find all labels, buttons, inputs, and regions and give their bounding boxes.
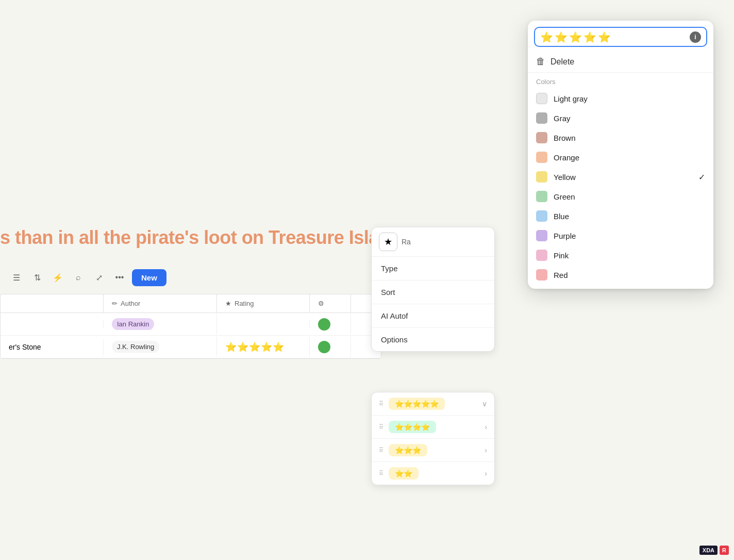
cell-rating-1 <box>217 320 310 328</box>
text-snippet: s than in all the pirate's loot on Treas… <box>0 227 401 249</box>
chevron-down-icon: ∨ <box>482 400 487 408</box>
color-swatch-green <box>536 191 547 202</box>
content-area: s than in all the pirate's loot on Treas… <box>0 0 734 560</box>
tag-search-container: i <box>534 27 707 47</box>
table-row: Ian Rankin <box>1 313 381 336</box>
table-row: er's Stone J.K. Rowling ⭐⭐⭐⭐⭐ <box>1 336 381 358</box>
color-name-pink: Pink <box>554 251 569 260</box>
color-name-yellow: Yellow <box>554 173 576 182</box>
color-option-green[interactable]: Green <box>528 187 713 206</box>
rating-stars-2: ⭐⭐⭐⭐⭐ <box>225 341 285 353</box>
xda-r-badge: R <box>720 546 729 555</box>
color-name-red: Red <box>554 271 568 279</box>
chevron-right-icon: › <box>485 469 487 477</box>
option-item-5stars[interactable]: ⠿ ⭐⭐⭐⭐⭐ ∨ <box>372 392 494 416</box>
pen-icon: ✏ <box>112 300 118 307</box>
xda-watermark: XDA R <box>699 546 729 555</box>
option-tag-5stars: ⭐⭐⭐⭐⭐ <box>389 398 445 410</box>
status-dot-1 <box>318 318 330 331</box>
search-icon[interactable]: ⌕ <box>70 269 87 286</box>
color-name-light-gray: Light gray <box>554 94 588 103</box>
color-name-blue: Blue <box>554 212 569 221</box>
color-swatch-orange <box>536 152 547 163</box>
drag-handle-icon: ⠿ <box>379 447 383 454</box>
options-list: ⠿ ⭐⭐⭐⭐⭐ ∨ ⠿ ⭐⭐⭐⭐ › ⠿ ⭐⭐⭐ › ⠿ ⭐⭐ › <box>371 392 495 485</box>
table-header: ✏ Author ★ Rating ⚙ <box>1 294 381 313</box>
info-button[interactable]: i <box>690 31 701 43</box>
color-name-purple: Purple <box>554 232 576 240</box>
color-swatch-brown <box>536 132 547 143</box>
option-tag-4stars: ⭐⭐⭐⭐ <box>389 421 436 433</box>
side-panel-options[interactable]: Options <box>372 328 494 351</box>
col-author-header: ✏ Author <box>104 294 217 312</box>
author-tag-2[interactable]: J.K. Rowling <box>112 341 159 353</box>
chevron-right-icon: › <box>485 446 487 454</box>
drag-handle-icon: ⠿ <box>379 400 383 407</box>
star-button[interactable]: ★ <box>379 233 397 251</box>
option-item-3stars[interactable]: ⠿ ⭐⭐⭐ › <box>372 439 494 462</box>
color-dropdown-popup: i 🗑 Delete Colors Light gray Gray Brown … <box>528 21 713 289</box>
data-table: ✏ Author ★ Rating ⚙ Ian Rankin er's Ston… <box>0 294 381 359</box>
filter-icon[interactable]: ☰ <box>8 269 25 286</box>
delete-label: Delete <box>550 57 574 67</box>
col-extra-header: ⚙ <box>310 294 351 312</box>
option-item-2stars[interactable]: ⠿ ⭐⭐ › <box>372 462 494 485</box>
color-option-orange[interactable]: Orange <box>528 147 713 167</box>
color-swatch-blue <box>536 210 547 222</box>
tag-search-input[interactable] <box>540 31 687 43</box>
option-item-4stars[interactable]: ⠿ ⭐⭐⭐⭐ › <box>372 416 494 439</box>
side-panel-type[interactable]: Type <box>372 257 494 281</box>
cell-author-2: J.K. Rowling <box>104 337 217 357</box>
color-swatch-pink <box>536 250 547 261</box>
side-panel-sort[interactable]: Sort <box>372 281 494 304</box>
drag-handle-icon: ⠿ <box>379 423 383 431</box>
check-mark-icon: ✓ <box>698 172 705 182</box>
color-name-green: Green <box>554 192 575 201</box>
cell-status-1 <box>310 314 351 335</box>
color-option-light-gray[interactable]: Light gray <box>528 89 713 108</box>
panel-header: ★ Ra <box>372 227 494 257</box>
color-swatch-light-gray <box>536 93 547 104</box>
color-option-purple[interactable]: Purple <box>528 226 713 245</box>
cell-title-2: er's Stone <box>1 339 104 355</box>
color-option-red[interactable]: Red <box>528 265 713 285</box>
color-swatch-purple <box>536 230 547 241</box>
author-tag-1[interactable]: Ian Rankin <box>112 318 154 330</box>
color-option-gray[interactable]: Gray <box>528 108 713 128</box>
option-tag-3stars: ⭐⭐⭐ <box>389 444 427 456</box>
side-panel: ★ Ra Type Sort AI Autof Options <box>371 227 495 352</box>
star-icon: ★ <box>384 236 392 248</box>
more-icon[interactable]: ••• <box>111 269 128 286</box>
colors-section-label: Colors <box>528 75 713 89</box>
chevron-right-icon: › <box>485 423 487 431</box>
cell-title-1 <box>1 320 104 328</box>
side-panel-ai[interactable]: AI Autof <box>372 304 494 328</box>
toolbar: ☰ ⇅ ⚡ ⌕ ⤢ ••• New <box>0 263 376 292</box>
trash-icon: 🗑 <box>536 56 545 67</box>
status-dot-2 <box>318 341 330 353</box>
color-name-gray: Gray <box>554 114 571 123</box>
lightning-icon[interactable]: ⚡ <box>49 269 66 286</box>
sort-icon[interactable]: ⇅ <box>29 269 45 286</box>
star-icon: ★ <box>225 300 231 307</box>
xda-logo: XDA <box>699 546 718 555</box>
delete-option[interactable]: 🗑 Delete <box>528 51 713 73</box>
color-option-blue[interactable]: Blue <box>528 206 713 226</box>
option-tag-2stars: ⭐⭐ <box>389 467 419 480</box>
col-rating-header: ★ Rating <box>217 294 310 312</box>
color-name-orange: Orange <box>554 153 579 162</box>
new-button[interactable]: New <box>132 269 166 286</box>
color-option-brown[interactable]: Brown <box>528 128 713 147</box>
cell-status-2 <box>310 337 351 357</box>
col-title-header <box>1 294 104 312</box>
panel-rating-partial: Ra <box>402 238 411 246</box>
color-swatch-yellow <box>536 171 547 183</box>
cell-author-1: Ian Rankin <box>104 314 217 334</box>
color-option-yellow[interactable]: Yellow ✓ <box>528 167 713 187</box>
color-swatch-red <box>536 269 547 281</box>
color-name-brown: Brown <box>554 134 576 142</box>
color-option-pink[interactable]: Pink <box>528 245 713 265</box>
cell-rating-2: ⭐⭐⭐⭐⭐ <box>217 337 310 357</box>
resize-icon[interactable]: ⤢ <box>91 269 107 286</box>
drag-handle-icon: ⠿ <box>379 470 383 477</box>
